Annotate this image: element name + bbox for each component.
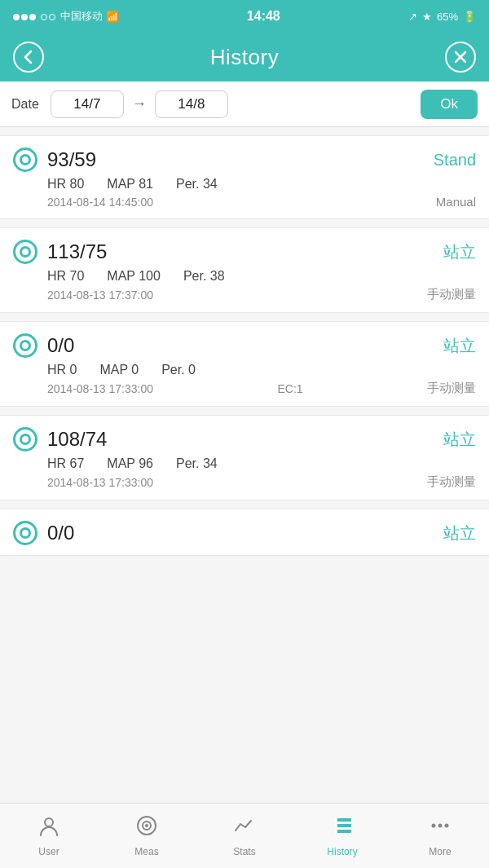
record-icon [13, 333, 37, 358]
signal-dots [13, 11, 57, 23]
hr-value: HR 67 [47, 456, 84, 471]
position-label: 站立 [443, 335, 476, 357]
tab-history-label: History [327, 846, 357, 857]
back-button[interactable] [13, 42, 44, 73]
svg-rect-9 [333, 818, 337, 822]
circle-inner [20, 527, 31, 539]
svg-point-2 [45, 818, 53, 826]
record-row-3: 2014-08-13 17:37:00 手动测量 [13, 287, 476, 302]
per-value: Per. 34 [176, 456, 218, 471]
record-row-3: 2014-08-13 17:33:00 EC:1 手动测量 [13, 381, 476, 396]
record-row-2: HR 70 MAP 100 Per. 38 [13, 269, 476, 284]
ok-button[interactable]: Ok [421, 90, 478, 119]
status-left: 中国移动 📶 [13, 9, 119, 24]
record-row-3: 2014-08-13 17:33:00 手动测量 [13, 474, 476, 490]
record-left: 0/0 [13, 521, 74, 545]
svg-point-12 [432, 824, 436, 828]
timestamp: 2014-08-13 17:37:00 [47, 289, 153, 302]
record-row-2: HR 67 MAP 96 Per. 34 [13, 456, 476, 471]
tab-user-label: User [38, 846, 59, 857]
record-item[interactable]: 0/0 站立 HR 0 MAP 0 Per. 0 2014-08-13 17:3… [0, 321, 489, 407]
to-date-input[interactable] [155, 90, 228, 118]
circle-inner [20, 434, 31, 445]
per-value: Per. 34 [176, 177, 218, 192]
extra-label: EC:1 [277, 382, 302, 395]
hr-value: HR 70 [47, 269, 84, 284]
page-title: History [210, 45, 279, 70]
record-item[interactable]: 93/59 Stand HR 80 MAP 81 Per. 34 2014-08… [0, 135, 489, 219]
tab-bar: User Meas Stats [0, 803, 489, 868]
record-left: 108/74 [13, 427, 107, 452]
position-label: 站立 [443, 241, 476, 263]
record-icon [13, 427, 37, 452]
mode-label: 手动测量 [427, 381, 476, 396]
tab-meas[interactable]: Meas [98, 804, 196, 868]
map-value: MAP 0 [99, 363, 139, 377]
mode-label: Manual [436, 195, 476, 209]
record-left: 113/75 [13, 240, 107, 264]
map-value: MAP 100 [107, 269, 161, 284]
arrow-icon: → [132, 95, 147, 112]
date-label: Date [11, 97, 39, 112]
blood-pressure: 113/75 [47, 240, 107, 263]
timestamp: 2014-08-13 17:33:00 [47, 382, 153, 395]
tab-stats[interactable]: Stats [196, 804, 293, 868]
position-label: Stand [434, 151, 476, 170]
tab-stats-label: Stats [233, 846, 255, 857]
record-icon [13, 521, 37, 545]
record-row-2: HR 80 MAP 81 Per. 34 [13, 177, 476, 192]
per-value: Per. 0 [161, 363, 196, 377]
record-icon [13, 240, 37, 264]
status-right: ↗ ★ 65% 🔋 [408, 11, 476, 23]
tab-user[interactable]: User [0, 804, 98, 868]
record-row-1: 0/0 站立 [13, 521, 476, 545]
record-item[interactable]: 108/74 站立 HR 67 MAP 96 Per. 34 2014-08-1… [0, 415, 489, 500]
tab-history[interactable]: History [293, 804, 391, 868]
circle-inner [20, 340, 31, 351]
blood-pressure: 93/59 [47, 148, 96, 171]
date-filter-bar: Date → Ok [0, 82, 489, 127]
records-list: 93/59 Stand HR 80 MAP 81 Per. 34 2014-08… [0, 127, 489, 803]
close-button[interactable] [445, 42, 476, 73]
record-row-1: 113/75 站立 [13, 240, 476, 264]
tab-more[interactable]: More [391, 804, 489, 868]
battery-icon: 🔋 [463, 11, 476, 23]
record-row-1: 108/74 站立 [13, 427, 476, 452]
status-bar: 中国移动 📶 14:48 ↗ ★ 65% 🔋 [0, 0, 489, 33]
record-icon [13, 148, 37, 172]
map-value: MAP 81 [107, 177, 153, 192]
svg-rect-10 [333, 824, 337, 827]
record-left: 93/59 [13, 148, 96, 172]
bluetooth-icon: ★ [422, 11, 432, 23]
user-icon [37, 814, 60, 843]
circle-inner [20, 246, 31, 258]
from-date-input[interactable] [51, 90, 124, 118]
svg-point-13 [438, 824, 443, 828]
blood-pressure: 108/74 [47, 428, 107, 451]
per-value: Per. 38 [183, 269, 225, 284]
more-icon [429, 814, 452, 843]
position-label: 站立 [443, 522, 476, 544]
header: History [0, 33, 489, 82]
record-row-3: 2014-08-14 14:45:00 Manual [13, 195, 476, 209]
tab-meas-label: Meas [134, 846, 158, 857]
carrier-label: 中国移动 [60, 9, 103, 24]
blood-pressure: 0/0 [47, 522, 74, 544]
location-icon: ↗ [408, 11, 417, 23]
mode-label: 手动测量 [427, 474, 476, 490]
timestamp: 2014-08-14 14:45:00 [47, 196, 153, 209]
hr-value: HR 0 [47, 363, 77, 377]
hr-value: HR 80 [47, 177, 84, 192]
tab-more-label: More [429, 846, 451, 857]
wifi-icon: 📶 [106, 11, 119, 23]
time-label: 14:48 [247, 9, 280, 24]
record-row-1: 93/59 Stand [13, 148, 476, 172]
record-item[interactable]: 113/75 站立 HR 70 MAP 100 Per. 38 2014-08-… [0, 227, 489, 313]
position-label: 站立 [443, 429, 476, 451]
record-item[interactable]: 0/0 站立 [0, 509, 489, 556]
map-value: MAP 96 [107, 456, 153, 471]
svg-rect-11 [333, 830, 337, 833]
history-icon [331, 814, 354, 843]
battery-label: 65% [437, 11, 458, 23]
circle-inner [20, 154, 31, 165]
